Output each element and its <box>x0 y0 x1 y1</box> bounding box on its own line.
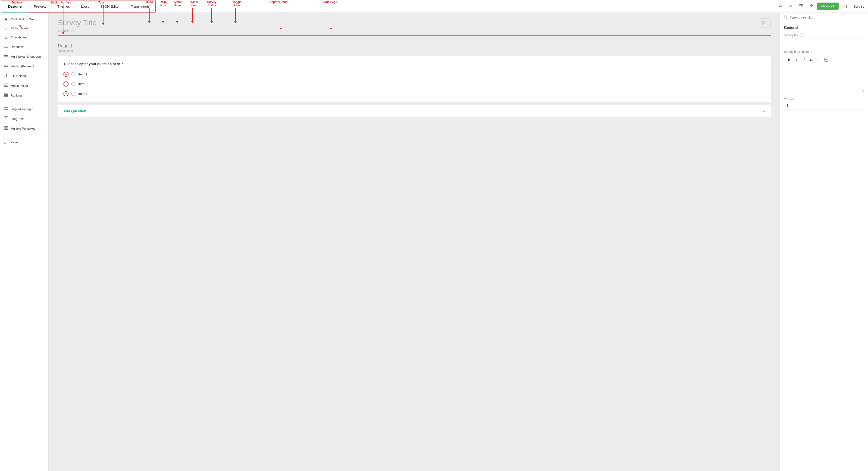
toolbox-item-fileupload[interactable]: File Upload <box>0 71 49 81</box>
toolbar-right: ↩ ↪ <box>777 2 868 10</box>
toolbox: ◉ Radio Button Group ☆ Rating Scale ☑ Ch… <box>0 13 49 471</box>
required-star: * <box>122 62 123 66</box>
survey-status-button[interactable]: New - v1 <box>817 3 839 10</box>
fileupload-icon <box>4 73 8 78</box>
survey-header: Survey Title Description <box>58 19 771 38</box>
toolbox-item-yesno[interactable]: Yes/No (Boolean) <box>0 61 49 71</box>
toolbox-item-ranking[interactable]: Ranking <box>0 91 49 100</box>
svg-rect-20 <box>4 96 8 96</box>
toolbox-divider-2 <box>4 135 45 135</box>
tab-translations[interactable]: Translations <box>125 0 155 12</box>
svg-rect-9 <box>4 54 8 55</box>
panel-body: General Survey title ? Survey descriptio… <box>780 22 868 471</box>
remove-item-1-button[interactable] <box>63 72 68 77</box>
page-title[interactable]: Page 1 <box>58 43 771 49</box>
toolbox-item-singleline[interactable]: Single-Line Input <box>0 104 49 114</box>
survey-title-help-icon[interactable]: ? <box>800 33 803 37</box>
svg-rect-30 <box>4 140 8 144</box>
version-label: Version <box>784 97 864 100</box>
tab-designer[interactable]: Designer <box>2 0 28 12</box>
svg-point-0 <box>799 4 800 5</box>
search-input[interactable] <box>790 15 865 19</box>
survey-desc-label: Survey description ? <box>784 50 864 54</box>
svg-rect-34 <box>65 84 67 85</box>
dropdown-icon <box>4 44 8 49</box>
toolbox-item-multiselect[interactable]: Multi-Select Dropdown <box>0 52 49 61</box>
ordered-list-button[interactable]: 1. <box>808 57 815 63</box>
toolbox-item-longtext[interactable]: Long Text <box>0 114 49 124</box>
tab-themes[interactable]: Themes <box>52 0 75 12</box>
svg-rect-33 <box>65 74 67 75</box>
bold-button[interactable]: B <box>786 57 793 63</box>
radio-label-3[interactable]: Item 3 <box>78 92 87 96</box>
add-question-button[interactable]: Add Question <box>63 109 86 113</box>
svg-point-42 <box>817 61 818 61</box>
italic-button[interactable]: I <box>794 57 800 63</box>
quote-button[interactable]: ❝ <box>801 57 807 63</box>
toolbox-item-radio[interactable]: ◉ Radio Button Group <box>0 15 49 24</box>
toggle-panel-button[interactable]: →| <box>840 2 849 10</box>
unordered-list-button[interactable] <box>816 57 822 63</box>
mediapicker-icon <box>4 83 8 88</box>
svg-rect-18 <box>4 93 8 94</box>
eraser-button[interactable] <box>807 2 815 10</box>
singleline-icon <box>4 106 8 112</box>
menu-button[interactable] <box>797 2 805 10</box>
toolbox-item-panel[interactable]: Panel <box>0 137 49 147</box>
toolbox-item-dropdown[interactable]: Dropdown <box>0 42 49 52</box>
separator-button[interactable] <box>823 57 830 63</box>
radio-circle-3 <box>71 92 75 96</box>
survey-description[interactable]: Description <box>58 29 771 33</box>
search-icon: 🔍 <box>783 15 788 20</box>
property-panel: 🔍 General Survey title ? Survey descript… <box>780 13 868 471</box>
svg-point-2 <box>799 5 800 6</box>
radio-item-1: Item 1 <box>63 69 765 79</box>
svg-rect-27 <box>6 126 8 128</box>
ranking-icon <box>4 93 8 98</box>
toolbox-item-checkboxes[interactable]: ☑ Checkboxes <box>0 33 49 42</box>
svg-point-40 <box>817 59 818 60</box>
panel-general-title: General <box>784 26 864 30</box>
survey-title-input[interactable] <box>784 38 864 46</box>
svg-point-17 <box>5 85 5 85</box>
toolbox-item-mediapicker[interactable]: Media Picker <box>0 81 49 91</box>
svg-rect-29 <box>6 128 8 130</box>
svg-rect-35 <box>65 94 67 94</box>
radio-item-3: Item 3 <box>63 89 765 99</box>
toolbox-item-multitextbox[interactable]: Multiple Textboxes <box>0 124 49 133</box>
survey-title[interactable]: Survey Title <box>58 19 97 27</box>
rating-scale-icon: ☆ <box>4 26 8 31</box>
page-description[interactable]: Description <box>58 49 771 53</box>
svg-point-4 <box>799 6 800 7</box>
toolbox-item-rating[interactable]: ☆ Rating Scale <box>0 24 49 33</box>
redo-button[interactable]: ↪ <box>787 2 795 10</box>
multiselect-icon <box>4 54 8 59</box>
eraser-icon <box>809 3 814 9</box>
toggle-icon: →| <box>842 4 847 8</box>
remove-item-2-button[interactable] <box>63 82 68 87</box>
svg-point-41 <box>817 60 818 60</box>
menu-icon <box>799 3 803 9</box>
svg-rect-3 <box>800 5 803 6</box>
radio-circle-2 <box>71 82 75 86</box>
svg-rect-16 <box>4 84 8 87</box>
survey-description-textarea[interactable] <box>784 64 864 92</box>
survey-title-label: Survey title ? <box>784 33 864 37</box>
remove-item-3-button[interactable] <box>63 91 68 96</box>
undo-button[interactable]: ↩ <box>777 2 785 10</box>
tab-preview[interactable]: Preview <box>28 0 52 12</box>
radio-label-1[interactable]: Item 1 <box>78 72 87 76</box>
tab-json-editor[interactable]: JSON Editor <box>95 0 125 12</box>
svg-rect-1 <box>800 4 803 5</box>
tab-logic[interactable]: Logic <box>75 0 95 12</box>
version-input[interactable] <box>784 102 864 109</box>
survey-image-placeholder[interactable] <box>759 19 771 28</box>
radio-label-2[interactable]: Item 2 <box>78 82 87 86</box>
more-options-button[interactable]: ··· <box>761 108 765 114</box>
svg-rect-14 <box>4 74 6 77</box>
survey-desc-help-icon[interactable]: ? <box>810 50 813 54</box>
checkboxes-icon: ☑ <box>4 35 8 39</box>
question-title: 1. Please enter your question here * <box>63 62 765 66</box>
main-content: ◉ Radio Button Group ☆ Rating Scale ☑ Ch… <box>0 13 868 471</box>
svg-rect-21 <box>4 107 8 109</box>
